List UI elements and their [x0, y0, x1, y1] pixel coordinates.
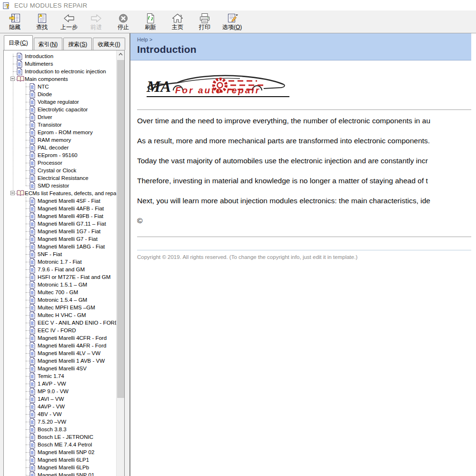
tree-item[interactable]: Motronic 1.5.1 – GM	[4, 281, 116, 288]
collapse-minus-icon[interactable]	[10, 77, 15, 81]
tree-item-label[interactable]: PAL decoder	[38, 144, 69, 151]
tree-item-label[interactable]: Magneti Marelli G7.11 – Fiat	[38, 220, 106, 228]
tree-item-label[interactable]: Magneti Marelli G7 - Fiat	[38, 235, 98, 243]
tree-item[interactable]: Magneti Marelli 1ABG - Fiat	[4, 243, 116, 250]
tree-item[interactable]: 1AVI – VW	[4, 395, 116, 403]
breadcrumb[interactable]: Help >	[137, 37, 471, 42]
tree-item-label[interactable]: Magneti Marelli 5NP 02	[38, 448, 94, 456]
tree-item-label[interactable]: 1 AVP - VW	[38, 380, 66, 387]
tree-item-label[interactable]: Magneti Marelli 1 AVB - VW	[38, 357, 105, 365]
tree-item-label[interactable]: Eprom - ROM memory	[38, 129, 93, 136]
tree-item[interactable]: RAM memory	[4, 136, 116, 144]
tree-item[interactable]: Multimeters	[4, 60, 116, 68]
tab-favorites[interactable]: 收藏夹(I)	[93, 38, 125, 50]
tree-item-label[interactable]: Magneti Marelli 6LP1	[38, 456, 89, 464]
tab-search[interactable]: 搜索(S)	[63, 38, 92, 50]
tree-item[interactable]: Multec MPFI EMS –GM	[4, 304, 116, 311]
tree-item[interactable]: Magneti Marelli 1G7 - Fiat	[4, 228, 116, 235]
tree-item[interactable]: NTC	[4, 83, 116, 90]
toolbar-button-stop[interactable]: 停止	[110, 11, 136, 32]
tree-item[interactable]: 4AVP - VW	[4, 403, 116, 410]
tree-item-label[interactable]: Motronic 1.7 - Fiat	[38, 258, 82, 266]
tree-item-label[interactable]: EEC V - ANIL AND ENIO - FORD	[38, 319, 116, 327]
tree-item-label[interactable]: 7.9.6 - Fiat and GM	[38, 266, 85, 273]
tree-item-label[interactable]: Magneti Marelli 4AFB - Fiat	[38, 205, 104, 212]
tree-item[interactable]: Magneti Marelli 4LV – VW	[4, 349, 116, 357]
tree-item-label[interactable]: Voltage regulator	[38, 98, 79, 106]
tree-item-label[interactable]: Crystal or Clock	[38, 167, 76, 174]
tree-item-label[interactable]: Temic 1.74	[38, 372, 64, 380]
collapse-minus-icon[interactable]	[10, 191, 15, 195]
tree-item[interactable]: Magneti Marelli G7.11 – Fiat	[4, 220, 116, 228]
tree-item[interactable]: Magneti Marelli 4AFR - Ford	[4, 342, 116, 349]
tab-index[interactable]: 索引(N)	[34, 38, 63, 50]
tab-contents[interactable]: 目录(C)	[4, 35, 33, 50]
tree-item[interactable]: Multec H VHC - GM	[4, 311, 116, 319]
tree-item[interactable]: Voltage regulator	[4, 98, 116, 106]
tree-item[interactable]: Magneti Marelli 5NP 01	[4, 471, 116, 476]
tree-item-label[interactable]: Bosch ME 7.4.4 Petrol	[38, 441, 92, 448]
tree-item[interactable]: MP 9.0 - VW	[4, 387, 116, 395]
tree-item[interactable]: Main components	[4, 75, 116, 83]
tree-item[interactable]: 7.5.20 –VW	[4, 418, 116, 426]
toolbar-button-find[interactable]: 查找	[29, 11, 55, 32]
tree-item[interactable]: Magneti Marelli 1 AVB - VW	[4, 357, 116, 365]
tree-item-label[interactable]: Multec H VHC - GM	[38, 311, 86, 319]
tree-item-label[interactable]: Magneti Marelli 5NP 01	[38, 471, 94, 476]
tree-item[interactable]: SMD resistor	[4, 182, 116, 189]
tree-item-label[interactable]: Multimeters	[25, 60, 53, 68]
tree-item-label[interactable]: Electrical Resistance	[38, 174, 89, 182]
tree-item[interactable]: Bosch ME 7.4.4 Petrol	[4, 441, 116, 448]
toolbar-button-back[interactable]: 上一步	[56, 11, 82, 32]
tree-item[interactable]: Magneti Marelli 4SF - Fiat	[4, 197, 116, 205]
tree-item-label[interactable]: MP 9.0 - VW	[38, 387, 69, 395]
tree-item[interactable]: Motronic 1.5.4 – GM	[4, 296, 116, 304]
tree-item-label[interactable]: ECMs list Features, defects, and repair	[25, 189, 116, 197]
tree-item-label[interactable]: Processor	[38, 159, 62, 167]
tree-item[interactable]: Crystal or Clock	[4, 167, 116, 174]
tree-item-label[interactable]: RAM memory	[38, 136, 71, 144]
tree-item-label[interactable]: Motronic 1.5.1 – GM	[38, 281, 87, 288]
tree-item-label[interactable]: 7.5.20 –VW	[38, 418, 66, 426]
tree-item[interactable]: EEC V - ANIL AND ENIO - FORD	[4, 319, 116, 327]
tree-item-label[interactable]: Driver	[38, 113, 52, 121]
tree-item-label[interactable]: Bosch 3.8.3	[38, 426, 67, 433]
tree-item[interactable]: Magneti Marelli 5NP 02	[4, 448, 116, 456]
tree-item[interactable]: Bosch 3.8.3	[4, 426, 116, 433]
tree-item-label[interactable]: Bosch LE - JETRONIC	[38, 433, 93, 441]
tree-item[interactable]: 4BV - VW	[4, 410, 116, 418]
tree-item[interactable]: 7.9.6 - Fiat and GM	[4, 266, 116, 273]
tree-item[interactable]: Magneti Marelli 4AFB - Fiat	[4, 205, 116, 212]
tree-item[interactable]: Transistor	[4, 121, 116, 129]
tree-item-label[interactable]: Magneti Marelli 4SF - Fiat	[38, 197, 100, 205]
tree-item-label[interactable]: Magneti Marelli 4SV	[38, 365, 87, 372]
tree-item-label[interactable]: Magneti Marelli 6LPb	[38, 464, 89, 471]
tree-item-label[interactable]: Magneti Marelli 1ABG - Fiat	[38, 243, 105, 250]
toolbar-button-options[interactable]: 选项(O)	[219, 11, 245, 32]
tree-item-label[interactable]: Introduction	[25, 52, 53, 60]
tree-item-label[interactable]: Diode	[38, 90, 52, 98]
tree-item-label[interactable]: 5NF - Fiat	[38, 250, 62, 258]
tree-item[interactable]: EEC IV - FORD	[4, 327, 116, 334]
toolbar-button-refresh[interactable]: 刷新	[138, 11, 163, 32]
tree-item-label[interactable]: Magneti Marelli 49FB - Fiat	[38, 212, 103, 220]
tree-item[interactable]: Multec 700 - GM	[4, 288, 116, 296]
tree-item-label[interactable]: Electrolytic capacitor	[38, 106, 88, 113]
tree-item[interactable]: EEprom - 95160	[4, 151, 116, 159]
scrollbar-thumb[interactable]	[117, 60, 124, 398]
tree-item-label[interactable]: Multec MPFI EMS –GM	[38, 304, 95, 311]
tree-item[interactable]: Bosch LE - JETRONIC	[4, 433, 116, 441]
tree-scrollbar[interactable]	[116, 50, 124, 476]
toolbar-button-home[interactable]: 主页	[165, 11, 190, 32]
toolbar-button-print[interactable]: 打印	[192, 11, 218, 32]
tree-item[interactable]: Introduction	[4, 52, 116, 60]
tree-item-label[interactable]: 4AVP - VW	[38, 403, 65, 410]
tree-item[interactable]: PAL decoder	[4, 144, 116, 151]
tree-item[interactable]: Magneti Marelli 49FB - Fiat	[4, 212, 116, 220]
toolbar-button-forward[interactable]: 前进	[83, 11, 109, 32]
tree-item-label[interactable]: EEprom - 95160	[38, 151, 78, 159]
tree-item[interactable]: Temic 1.74	[4, 372, 116, 380]
tree-item-label[interactable]: Transistor	[38, 121, 62, 129]
tree-item-label[interactable]: Introduction to electronic injection	[25, 68, 106, 75]
tree-item[interactable]: 5NF - Fiat	[4, 250, 116, 258]
